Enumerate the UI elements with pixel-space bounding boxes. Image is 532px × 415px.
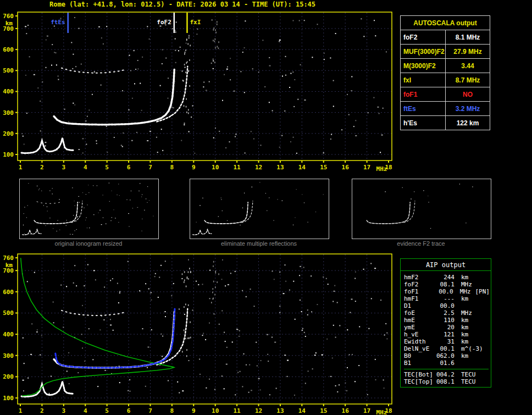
interference-streak [182, 268, 191, 357]
x-tick-label: 16 [342, 164, 350, 171]
param-label: foF1 [401, 87, 446, 101]
x-tick-label: 1 [19, 407, 23, 414]
autoscala-table-header: AUTOSCALA output [401, 16, 490, 30]
aip-value: 31 [436, 338, 455, 345]
aip-label: foF1 [404, 288, 435, 295]
y-axis-unit: km [5, 262, 13, 269]
aip-row-hmE: hmE110km [404, 317, 490, 324]
y-tick-label: 600 [3, 46, 14, 53]
axis-labels: 760700600500400300200100km12345678910111… [3, 254, 392, 415]
aip-unit: MHz [455, 309, 472, 317]
tec-separator [404, 369, 489, 369]
aip-extra: [PN] [471, 288, 490, 295]
aip-extra [476, 378, 480, 385]
x-tick-label: 2 [40, 164, 44, 171]
autoscala-row-M(3000)F2: M(3000)F23.44 [401, 59, 490, 73]
aip-label: TEC[Top] [404, 378, 436, 385]
autoscala-row-fxI: fxI8.7 MHz [401, 73, 490, 87]
axis-labels: 760700600500400300200100km12345678910111… [3, 13, 392, 173]
trace-Es-trace [23, 229, 41, 235]
trace-second-hop-echo [37, 202, 60, 204]
trace-electron-density-profile [21, 258, 174, 396]
aip-value: 004.2 [436, 371, 455, 378]
aip-value: 00.0 [436, 302, 455, 309]
aip-row-B0: B0062.0km [404, 352, 490, 359]
autoscala-row-MUF(3000)F2: MUF(3000)F227.9 MHz [401, 45, 490, 59]
thumbnail-canvas [20, 179, 157, 237]
aip-label: hmE [404, 317, 436, 324]
x-tick-label: 7 [148, 164, 152, 171]
x-tick-label: 14 [298, 407, 306, 414]
y-tick-label: 200 [3, 130, 14, 137]
grid-layer [18, 13, 391, 160]
aip-value: 20 [436, 324, 455, 331]
x-tick-label: 8 [170, 407, 174, 414]
aip-output-table: AIP output hmF2244kmfoF208.1MHzfoF100.0M… [400, 258, 491, 388]
x-tick-label: 13 [276, 407, 284, 414]
x-tick-label: 10 [212, 407, 219, 414]
param-label: ftEs [401, 102, 446, 115]
aip-extra [461, 359, 465, 367]
aip-extra [468, 331, 473, 338]
aip-extra [468, 324, 473, 331]
noise-layer [23, 182, 154, 235]
x-tick-label: 4 [84, 164, 87, 171]
aip-extra [468, 295, 473, 302]
aip-extra [476, 371, 480, 378]
aip-row-foF1: foF100.0MHz[PN] [404, 288, 490, 295]
param-value: 27.9 MHz [446, 45, 490, 58]
ionogram-plot-top: ftEsfoF2fxI760700600500400300200100km123… [0, 8, 399, 179]
aip-unit: km [455, 274, 468, 281]
aip-extra [468, 274, 473, 281]
autoscala-row-h'Es: h'Es122 km [401, 116, 490, 130]
x-tick-label: 16 [342, 407, 350, 414]
autoscala-table-rows: foF28.1 MHzMUF(3000)F227.9 MHzM(3000)F23… [401, 30, 490, 130]
thumbnail-canvas [352, 179, 490, 237]
param-label: h'Es [401, 116, 446, 130]
y-tick-label: 300 [3, 352, 14, 359]
y-tick-label: 600 [3, 289, 14, 296]
x-tick-label: 12 [255, 164, 262, 171]
y-tick-label: 500 [3, 309, 14, 317]
x-tick-label: 6 [127, 407, 131, 414]
aip-unit: km [455, 317, 468, 324]
x-tick-label: 10 [212, 164, 219, 171]
aip-extra [468, 338, 473, 345]
autoscala-row-foF1: foF1NO [401, 87, 490, 102]
aip-label: TEC[Bot] [404, 371, 436, 378]
marker-label-foF2: foF2 [157, 19, 171, 26]
param-value: 3.2 MHz [446, 102, 490, 115]
param-label: foF2 [401, 30, 446, 44]
aip-label: D1 [404, 302, 436, 309]
aip-row-h_vE: h_vE121km [404, 331, 490, 338]
x-tick-label: 9 [192, 164, 196, 171]
aip-extra [472, 309, 476, 317]
param-label: fxI [401, 73, 446, 87]
aip-row-TEC[Top]: TEC[Top]008.1TECU [404, 378, 490, 385]
aip-row-foE: foE2.5MHz [404, 309, 490, 317]
aip-unit: MHz [455, 281, 472, 288]
aip-label: foE [404, 309, 436, 317]
y-tick-label: 760 [3, 254, 14, 262]
aip-extra [461, 302, 465, 309]
y-tick-label: 400 [3, 88, 14, 95]
x-tick-label: 11 [233, 164, 241, 171]
station-title: Rome (lat: +41.8, lon: 012.5) - DATE: 20… [49, 1, 315, 8]
y-tick-label: 300 [3, 109, 14, 117]
x-tick-label: 14 [298, 164, 306, 171]
autoscala-row-ftEs: ftEs3.2 MHz [401, 102, 490, 116]
thumbnail-original-ionogram [19, 179, 159, 239]
y-tick-label: 100 [3, 151, 14, 158]
aip-label: hmF1 [404, 295, 436, 302]
aip-label: h_vE [404, 331, 436, 338]
param-label: MUF(3000)F2 [401, 45, 446, 58]
x-tick-label: 6 [127, 164, 131, 171]
aip-row-Ewidth: Ewidth31km [404, 338, 490, 345]
trace-F2-O-trace [204, 202, 248, 224]
y-tick-label: 500 [3, 67, 14, 74]
aip-row-DelN_vE: DelN_vE00.1m^(-3) [404, 345, 490, 352]
aip-row-B1: B101.6 [404, 359, 490, 367]
x-tick-label: 17 [363, 164, 370, 171]
aip-value: --- [436, 295, 455, 302]
x-tick-label: 2 [40, 407, 44, 414]
